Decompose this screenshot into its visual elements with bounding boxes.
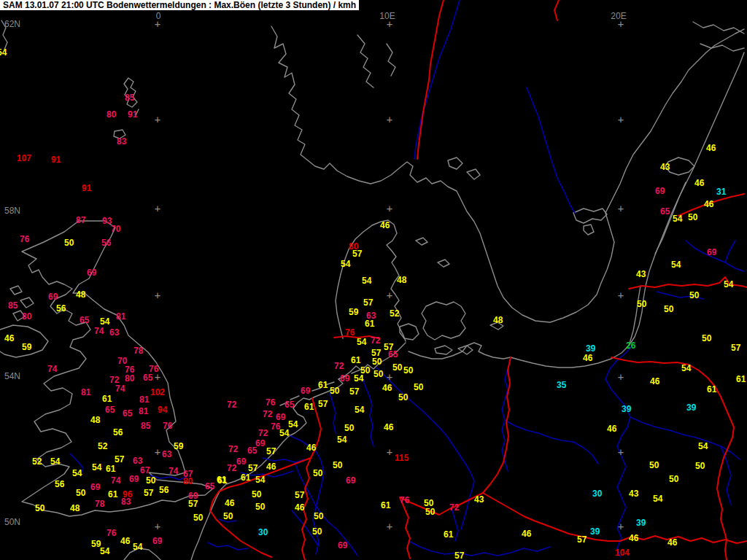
station-gust-value: 94: [158, 405, 167, 414]
station-gust-value: 76: [163, 421, 172, 430]
latitude-label: 54N: [4, 372, 20, 381]
coast-kattegat-islands: [416, 158, 480, 267]
station-gust-value: 50: [688, 213, 697, 222]
station-gust-value: 59: [349, 308, 358, 316]
station-gust-value: 50: [314, 512, 323, 521]
station-gust-value: 61: [381, 501, 390, 510]
graticule-cross: +: [387, 203, 392, 214]
station-gust-value: 46: [120, 537, 130, 545]
longitude-label: 0: [156, 12, 161, 20]
graticule-cross: +: [618, 290, 624, 300]
station-gust-value: 72: [227, 464, 236, 472]
station-gust-value: 85: [8, 301, 18, 310]
station-gust-value: 80: [22, 312, 31, 321]
station-gust-value: 52: [32, 457, 42, 466]
coast-top-right: [693, 22, 744, 51]
station-gust-value: 50: [360, 366, 370, 375]
station-gust-value: 39: [590, 527, 600, 536]
station-gust-value: 69: [236, 457, 246, 466]
longitude-label: 10E: [379, 12, 395, 20]
station-gust-value: 61: [444, 530, 453, 539]
station-gust-value: 63: [162, 450, 171, 459]
station-gust-value: 35: [557, 381, 566, 389]
station-gust-value: 48: [397, 276, 406, 284]
station-gust-value: 50: [64, 238, 74, 247]
station-gust-value: 72: [228, 445, 238, 454]
station-gust-value: 81: [116, 312, 125, 321]
station-gust-value: 72: [371, 336, 380, 345]
station-gust-value: 56: [113, 428, 123, 437]
station-gust-value: 43: [474, 495, 484, 504]
station-gust-value: 76: [20, 235, 29, 244]
graticule-cross: +: [387, 372, 392, 382]
station-gust-value: 69: [152, 537, 162, 545]
river-seine: [208, 542, 248, 550]
station-gust-value: 83: [117, 137, 126, 146]
station-gust-value: 57: [731, 343, 740, 352]
station-gust-value: 54: [698, 442, 708, 451]
station-gust-value: 61: [707, 385, 716, 394]
station-gust-value: 50: [252, 490, 261, 499]
station-gust-value: 56: [55, 480, 64, 489]
station-gust-value: 52: [98, 442, 107, 451]
station-gust-value: 115: [395, 454, 409, 462]
station-gust-value: 85: [141, 421, 150, 430]
graticule-cross: +: [387, 114, 392, 125]
station-gust-value: 104: [615, 548, 630, 557]
station-gust-value: 65: [123, 409, 132, 418]
station-gust-value: 57: [295, 491, 304, 499]
station-gust-value: 80: [183, 477, 193, 486]
station-gust-value: 50: [333, 461, 342, 470]
station-gust-value: 48: [90, 416, 100, 424]
station-gust-value: 65: [247, 446, 257, 455]
station-gust-value: 57: [188, 499, 198, 508]
station-gust-value: 54: [133, 542, 142, 551]
station-gust-value: 48: [493, 316, 503, 324]
station-gust-value: 50: [313, 469, 322, 478]
border-sweden-finland: [554, 0, 559, 20]
station-gust-value: 50: [398, 393, 408, 402]
station-gust-value: 61: [217, 476, 227, 485]
station-gust-value: 46: [4, 334, 14, 343]
river-glomma: [414, 0, 460, 159]
station-gust-value: 46: [295, 503, 304, 512]
graticule-cross: +: [618, 203, 624, 214]
station-gust-value: 76: [400, 496, 409, 505]
station-gust-value: 54: [288, 420, 298, 429]
river-oder: [502, 359, 511, 471]
station-gust-value: 69: [90, 483, 100, 491]
station-gust-value: 102: [150, 388, 165, 397]
station-gust-value: 43: [629, 489, 638, 498]
station-gust-value: 72: [449, 503, 459, 512]
station-gust-value: 57: [266, 447, 276, 456]
station-gust-value: 56: [56, 304, 66, 313]
station-gust-value: 30: [258, 528, 268, 537]
station-gust-value: 54: [50, 457, 60, 466]
station-gust-value: 56: [101, 238, 111, 247]
station-gust-value: 46: [225, 499, 234, 508]
station-gust-value: 46: [650, 377, 659, 386]
station-gust-value: 83: [121, 497, 131, 506]
station-gust-value: 39: [636, 518, 646, 527]
station-gust-value: 61: [304, 402, 314, 411]
station-gust-value: 48: [76, 290, 85, 299]
station-gust-value: 54: [673, 214, 682, 223]
graticule-cross: +: [387, 521, 392, 532]
station-gust-value: 61: [241, 473, 250, 482]
station-gust-value: 57: [577, 535, 587, 544]
station-gust-value: 46: [583, 354, 592, 362]
station-gust-value: 50: [76, 489, 85, 497]
station-gust-value: 65: [660, 207, 670, 216]
graticule-cross: +: [618, 114, 624, 125]
latitude-label: 50N: [4, 518, 20, 526]
station-gust-value: 50: [702, 334, 711, 343]
graticule-cross: +: [387, 447, 392, 457]
station-gust-value: 65: [105, 405, 115, 414]
coast-funen: [400, 324, 419, 340]
station-gust-value: 78: [95, 499, 104, 508]
station-gust-value: 61: [108, 490, 117, 499]
station-gust-value: 70: [111, 225, 120, 233]
station-gust-value: 61: [106, 464, 115, 473]
graticule-cross: +: [618, 372, 624, 382]
station-gust-value: 91: [51, 155, 61, 164]
